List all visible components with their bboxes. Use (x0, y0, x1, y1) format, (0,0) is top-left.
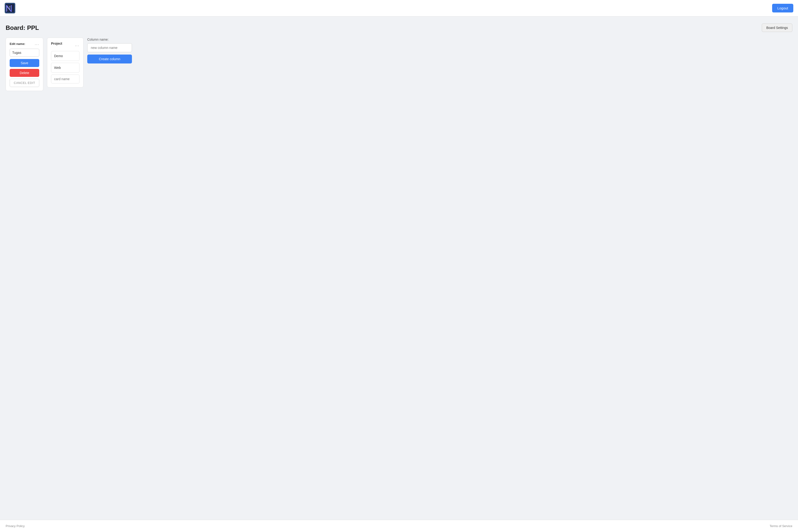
column-name-input[interactable] (87, 43, 132, 52)
list-item: Web (51, 63, 79, 73)
page-header: Board: PPL Board Settings (6, 23, 792, 32)
list-item: Demo (51, 51, 79, 61)
page-title: Board: PPL (6, 24, 39, 32)
column-name-demo: Demo (54, 54, 63, 58)
edit-name-input[interactable] (10, 49, 39, 57)
board-settings-button[interactable]: Board Settings (762, 23, 792, 32)
delete-button[interactable]: Delete (10, 69, 39, 77)
project-panel-header: Project ... (51, 42, 79, 48)
project-panel-title: Project (51, 42, 62, 45)
cancel-edit-button[interactable]: CANCEL EDIT (10, 79, 39, 87)
panels-row: Edit name: ... Save Delete CANCEL EDIT P… (6, 38, 792, 91)
header: N Logout (0, 0, 798, 17)
edit-panel-menu-icon[interactable]: ... (35, 42, 39, 46)
card-name-input[interactable] (51, 75, 79, 83)
column-name-label: Column name: (87, 38, 132, 41)
logo: N (5, 3, 15, 13)
edit-panel-header: Edit name: ... (10, 42, 39, 46)
column-name-web: Web (54, 66, 61, 70)
edit-name-label: Edit name: (10, 42, 25, 45)
create-column-button[interactable]: Create column (87, 55, 132, 63)
logout-button[interactable]: Logout (772, 4, 793, 13)
footer: Privacy Policy Terms of Service (0, 520, 798, 532)
privacy-policy-link[interactable]: Privacy Policy (6, 524, 25, 528)
save-button[interactable]: Save (10, 59, 39, 67)
project-panel: Project ... Demo Web (47, 38, 83, 88)
column-form-panel: Column name: Create column (87, 38, 132, 63)
terms-of-service-link[interactable]: Terms of Service (769, 524, 792, 528)
project-panel-menu-icon[interactable]: ... (75, 43, 79, 47)
main-content: Board: PPL Board Settings Edit name: ...… (0, 17, 798, 520)
edit-name-panel: Edit name: ... Save Delete CANCEL EDIT (6, 38, 43, 91)
